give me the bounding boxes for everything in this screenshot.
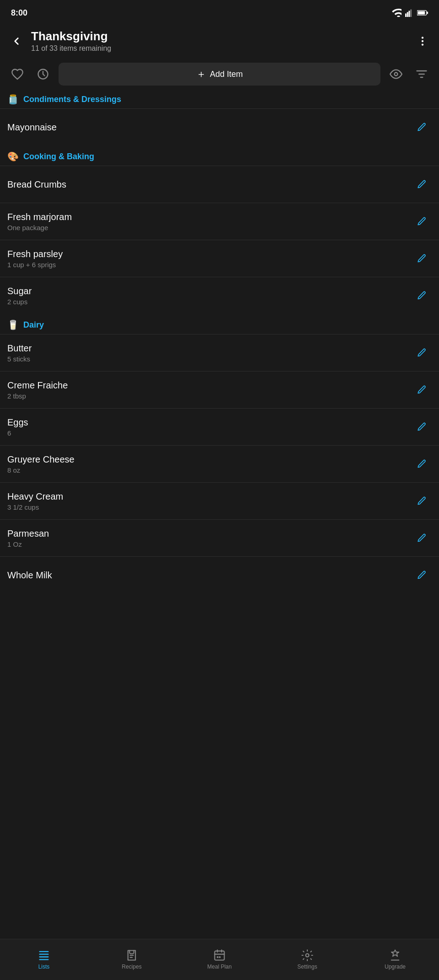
item-content: Mayonnaise: [7, 122, 412, 133]
item-content: Whole Milk: [7, 570, 412, 581]
svg-rect-13: [39, 953, 49, 954]
svg-rect-18: [219, 956, 221, 958]
svg-point-8: [422, 40, 423, 42]
nav-lists[interactable]: Lists: [0, 945, 88, 970]
item-name: Butter: [7, 343, 412, 354]
edit-eggs-button[interactable]: [412, 417, 432, 437]
status-bar: 8:00: [0, 0, 439, 26]
item-detail: 8 oz: [7, 466, 412, 474]
add-item-button[interactable]: ＋ Add Item: [59, 63, 380, 86]
edit-butter-button[interactable]: [412, 343, 432, 363]
svg-rect-16: [215, 951, 225, 960]
item-content: Fresh marjoram One package: [7, 212, 412, 232]
battery-icon: [417, 10, 428, 16]
svg-rect-15: [39, 959, 49, 960]
nav-lists-label: Lists: [38, 964, 50, 970]
edit-mayonnaise-button[interactable]: [412, 117, 432, 137]
item-name: Gruyere Cheese: [7, 454, 412, 465]
svg-rect-0: [405, 14, 407, 17]
svg-rect-1: [407, 12, 408, 17]
add-item-label: Add Item: [210, 70, 243, 79]
item-name: Sugar: [7, 286, 412, 296]
edit-sugar-button[interactable]: [412, 285, 432, 306]
list-item[interactable]: Gruyere Cheese 8 oz: [0, 445, 439, 482]
more-options-button[interactable]: [413, 32, 432, 50]
category-cooking: 🎨 Cooking & Baking: [0, 145, 439, 166]
list-item[interactable]: Mayonnaise: [0, 108, 439, 145]
edit-heavycream-button[interactable]: [412, 491, 432, 511]
item-name: Heavy Cream: [7, 491, 412, 502]
item-content: Bread Crumbs: [7, 179, 412, 190]
item-content: Parmesan 1 Oz: [7, 528, 412, 548]
edit-marjoram-button[interactable]: [412, 211, 432, 232]
nav-upgrade[interactable]: Upgrade: [351, 945, 439, 970]
item-name: Creme Fraiche: [7, 380, 412, 391]
condiments-icon: 🫙: [7, 94, 19, 105]
list-item[interactable]: Sugar 2 cups: [0, 277, 439, 314]
item-content: Sugar 2 cups: [7, 286, 412, 306]
nav-recipes[interactable]: Recipes: [88, 945, 176, 970]
signal-icon: [405, 9, 413, 17]
list-item[interactable]: Creme Fraiche 2 tbsp: [0, 371, 439, 408]
page-title: Thanksgiving: [31, 29, 408, 43]
header: Thanksgiving 11 of 33 items remaining: [0, 26, 439, 60]
visibility-button[interactable]: [386, 64, 406, 84]
svg-rect-2: [409, 11, 410, 17]
svg-rect-3: [410, 10, 412, 17]
item-detail: 3 1/2 cups: [7, 503, 412, 511]
item-content: Gruyere Cheese 8 oz: [7, 454, 412, 474]
item-name: Mayonnaise: [7, 122, 412, 133]
filter-button[interactable]: [412, 64, 432, 84]
nav-mealplan[interactable]: Meal Plan: [176, 945, 263, 970]
svg-rect-6: [418, 11, 425, 15]
toolbar: ＋ Add Item: [0, 60, 439, 88]
item-content: Eggs 6: [7, 417, 412, 437]
upgrade-icon: [389, 949, 402, 962]
history-button[interactable]: [33, 64, 53, 84]
item-name: Parmesan: [7, 528, 412, 539]
nav-recipes-label: Recipes: [122, 964, 141, 970]
edit-cremefraiche-button[interactable]: [412, 380, 432, 400]
list-item[interactable]: Parmesan 1 Oz: [0, 519, 439, 556]
plus-icon: ＋: [196, 67, 206, 81]
item-name: Whole Milk: [7, 570, 412, 581]
back-button[interactable]: [7, 32, 26, 50]
mealplan-icon: [213, 949, 226, 962]
items-list: 🫙 Condiments & Dressings Mayonnaise 🎨 Co…: [0, 88, 439, 593]
svg-point-9: [422, 43, 423, 45]
item-name: Fresh parsley: [7, 249, 412, 259]
item-content: Butter 5 sticks: [7, 343, 412, 363]
item-content: Fresh parsley 1 cup + 6 sprigs: [7, 249, 412, 269]
favorite-button[interactable]: [7, 64, 27, 84]
edit-parsley-button[interactable]: [412, 248, 432, 269]
items-remaining: 11 of 33 items remaining: [31, 44, 408, 53]
category-condiments: 🫙 Condiments & Dressings: [0, 88, 439, 108]
item-detail: 1 Oz: [7, 540, 412, 548]
list-item[interactable]: Fresh parsley 1 cup + 6 sprigs: [0, 240, 439, 277]
list-item[interactable]: Bread Crumbs: [0, 166, 439, 203]
status-time: 8:00: [11, 8, 27, 18]
list-item[interactable]: Eggs 6: [0, 408, 439, 445]
list-item[interactable]: Whole Milk: [0, 556, 439, 593]
status-icons: [391, 9, 428, 17]
svg-rect-5: [427, 11, 428, 14]
edit-parmesan-button[interactable]: [412, 528, 432, 548]
item-detail: 2 cups: [7, 298, 412, 306]
edit-wholemilk-button[interactable]: [412, 565, 432, 585]
wifi-icon: [391, 9, 402, 17]
edit-breadcrumbs-button[interactable]: [412, 174, 432, 194]
nav-mealplan-label: Meal Plan: [207, 964, 231, 970]
list-item[interactable]: Butter 5 sticks: [0, 334, 439, 371]
list-item[interactable]: Heavy Cream 3 1/2 cups: [0, 482, 439, 519]
nav-upgrade-label: Upgrade: [385, 964, 406, 970]
svg-rect-12: [39, 951, 49, 952]
item-detail: One package: [7, 224, 412, 232]
edit-gruyere-button[interactable]: [412, 454, 432, 474]
item-name: Fresh marjoram: [7, 212, 412, 222]
item-detail: 5 sticks: [7, 355, 412, 363]
svg-point-7: [422, 37, 423, 38]
list-item[interactable]: Fresh marjoram One package: [0, 203, 439, 240]
settings-icon: [301, 949, 314, 962]
nav-settings[interactable]: Settings: [263, 945, 351, 970]
item-content: Creme Fraiche 2 tbsp: [7, 380, 412, 400]
